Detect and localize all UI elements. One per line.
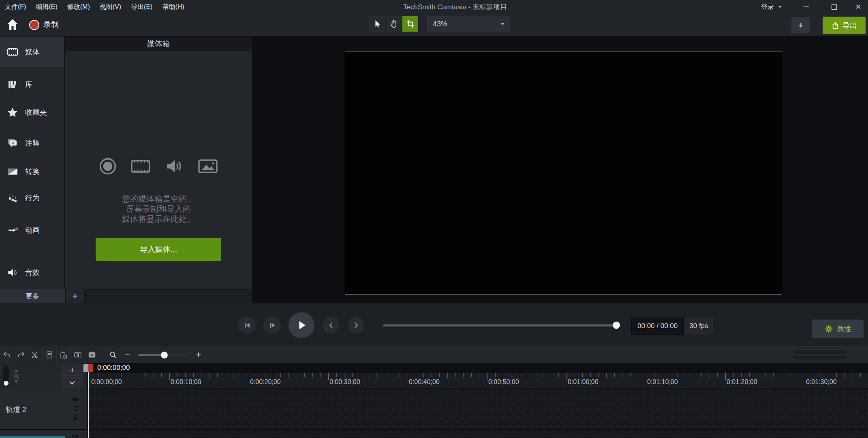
playhead-strip[interactable]: [87, 363, 868, 373]
preview-stage: [252, 36, 868, 303]
timeline-zoom-slider[interactable]: [138, 351, 188, 359]
maximize-button[interactable]: [824, 0, 844, 14]
playhead-in-handle[interactable]: [83, 364, 88, 372]
sidebar-item-behaviors[interactable]: 行为: [0, 187, 64, 209]
menu-modify[interactable]: 修改(M): [67, 3, 90, 11]
canvas-zoom-dropdown[interactable]: 43%: [427, 16, 511, 32]
ruler-tick: [757, 373, 757, 377]
seek-slider[interactable]: [383, 321, 620, 329]
sidebar-item-label: 注释: [25, 138, 40, 148]
ruler-tick: [352, 373, 353, 377]
menu-export[interactable]: 导出(E): [131, 3, 152, 11]
timeline-ruler[interactable]: 0:00:00;000:00:10;000:00:20;000:00:30;00…: [87, 373, 868, 389]
ruler-tick: [114, 373, 114, 377]
ruler-tick: [638, 373, 638, 377]
fps-display[interactable]: 30 fps: [683, 318, 714, 335]
import-media-button[interactable]: 导入媒体...: [96, 238, 221, 261]
ruler-tick: [360, 373, 360, 377]
ruler-tick: [686, 373, 686, 378]
sidebar-item-animations[interactable]: 动画: [0, 219, 64, 242]
screenshot-button[interactable]: [85, 346, 99, 363]
crop-icon: [406, 19, 415, 28]
ruler-tick: [781, 373, 781, 377]
copy-button[interactable]: [43, 346, 57, 363]
menu-help[interactable]: 帮助(H): [162, 3, 184, 11]
add-panel-button[interactable]: +: [66, 289, 84, 303]
ruler-tick: [598, 373, 599, 377]
sidebar-item-annotations[interactable]: a 注释: [0, 132, 64, 155]
ruler-tick: [432, 373, 432, 377]
zoom-out-button[interactable]: −: [125, 350, 130, 360]
crop-tool[interactable]: [402, 16, 419, 32]
more-tools-button[interactable]: 更多: [0, 289, 65, 303]
track-controls: [71, 433, 79, 438]
camtasia-window: 文件(F) 编辑(E) 修改(M) 视图(V) 导出(E) 帮助(H) Tech…: [0, 0, 868, 438]
download-button[interactable]: [791, 17, 810, 33]
magnifier-icon: [13, 373, 20, 380]
paste-button[interactable]: [57, 346, 71, 363]
add-track-button[interactable]: +: [61, 365, 83, 376]
slider-thumb[interactable]: [161, 352, 168, 359]
track-zoom-widget[interactable]: [11, 365, 21, 387]
ruler-tick: [733, 373, 734, 377]
ruler-tick: [336, 373, 337, 377]
previous-frame-button[interactable]: [238, 316, 256, 334]
cut-button[interactable]: [28, 346, 43, 363]
lock-open-icon[interactable]: [72, 414, 79, 421]
eye-icon[interactable]: [71, 397, 79, 403]
maximize-icon: [832, 4, 837, 10]
ruler-tick: [590, 373, 591, 377]
scrollbar-track: [793, 350, 847, 354]
sidebar-item-audio-effects[interactable]: 音效: [0, 261, 64, 284]
media-bin-title: 媒体箱: [65, 36, 252, 51]
preview-canvas[interactable]: [345, 51, 782, 295]
hand-icon: [389, 19, 398, 28]
split-button[interactable]: [71, 346, 85, 363]
scrollbar-thumb[interactable]: [793, 355, 847, 359]
track-options-button[interactable]: [61, 377, 83, 388]
previous-clip-button[interactable]: [323, 317, 339, 333]
sign-in-label: 登录: [761, 3, 774, 11]
home-button[interactable]: [4, 16, 21, 33]
close-button[interactable]: ✕: [849, 0, 868, 14]
magnet-icon[interactable]: [72, 405, 79, 412]
edit-cursor-tool[interactable]: [369, 16, 385, 32]
menu-file[interactable]: 文件(F): [5, 3, 26, 11]
sign-in-button[interactable]: 登录: [761, 0, 782, 14]
ruler-tick: [789, 373, 789, 377]
camera-icon: [88, 350, 96, 359]
copy-icon: [45, 350, 54, 359]
menu-edit[interactable]: 编辑(E): [36, 3, 57, 11]
track-height-slider[interactable]: [3, 365, 9, 386]
properties-button[interactable]: 属性: [812, 320, 864, 338]
playhead-out-handle[interactable]: [88, 364, 93, 372]
play-button[interactable]: [289, 312, 314, 338]
export-button[interactable]: 导出: [823, 17, 866, 34]
playhead-line[interactable]: [88, 372, 89, 438]
eye-icon[interactable]: [71, 433, 79, 438]
timeline-scrollbar[interactable]: [793, 350, 847, 360]
seek-slider-thumb[interactable]: [613, 322, 620, 329]
svg-text:a: a: [12, 140, 15, 146]
sidebar-item-favorites[interactable]: 收藏夹: [0, 101, 64, 124]
next-clip-button[interactable]: [348, 317, 364, 333]
timeline: + 0:00:00;000:00:10;000:00:20;000:00:30;…: [0, 363, 868, 438]
ruler-label: 0:01:30;00: [806, 378, 837, 386]
ruler-tick: [844, 373, 845, 378]
undo-button[interactable]: [0, 346, 14, 363]
track-header[interactable]: 轨道 2: [0, 389, 87, 429]
record-button[interactable]: 录制: [25, 16, 63, 33]
sidebar-item-library[interactable]: 库: [0, 73, 64, 96]
redo-button[interactable]: [14, 346, 28, 363]
slider-thumb[interactable]: [4, 381, 9, 386]
chevron-down-icon: [69, 380, 75, 386]
ruler-tick: [455, 373, 456, 377]
pan-tool[interactable]: [385, 16, 402, 32]
minimize-button[interactable]: [797, 0, 816, 14]
menu-view[interactable]: 视图(V): [100, 3, 121, 11]
zoom-in-button[interactable]: +: [196, 350, 201, 360]
ruler-tick: [535, 373, 535, 377]
sidebar-item-transitions[interactable]: 转换: [0, 160, 64, 183]
next-frame-button[interactable]: [263, 316, 281, 334]
sidebar-item-media[interactable]: 媒体: [0, 36, 64, 67]
